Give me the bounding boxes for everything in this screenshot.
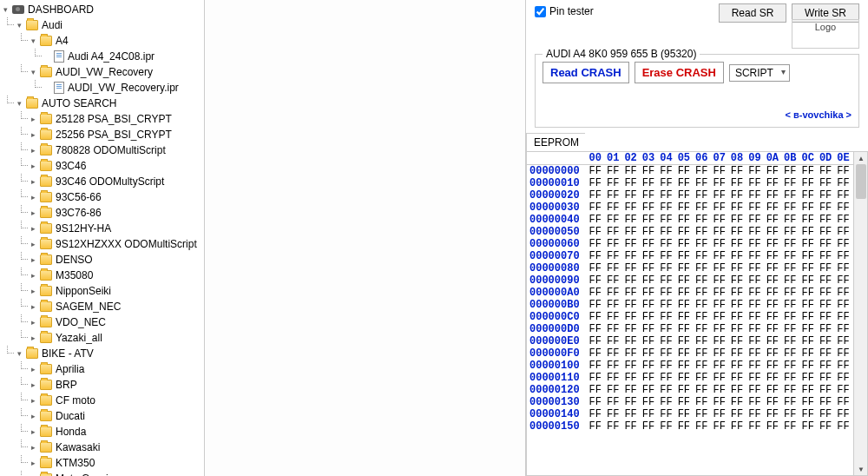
hex-cell[interactable]: FF (834, 250, 852, 262)
hex-cell[interactable]: FF (604, 177, 621, 189)
hex-cell[interactable]: FF (799, 177, 816, 189)
hex-cell[interactable]: FF (834, 189, 852, 202)
hex-cell[interactable]: FF (657, 311, 674, 323)
hex-cell[interactable]: FF (710, 323, 727, 335)
hex-row[interactable]: 00000000FFFFFFFFFFFFFFFFFFFFFFFFFFFFFFFF (527, 165, 853, 178)
tree-item[interactable]: ▸Aprilia (0, 361, 204, 377)
hex-cell[interactable]: FF (746, 396, 763, 408)
hex-row[interactable]: 00000020FFFFFFFFFFFFFFFFFFFFFFFFFFFFFFFF (527, 189, 853, 202)
hex-cell[interactable]: FF (675, 177, 693, 189)
hex-cell[interactable]: FF (746, 420, 763, 433)
hex-cell[interactable]: FF (728, 347, 746, 360)
hex-cell[interactable]: FF (657, 177, 674, 189)
tree-item[interactable]: ▸Honda (0, 424, 204, 440)
hex-cell[interactable]: FF (746, 372, 763, 384)
hex-cell[interactable]: FF (693, 250, 710, 262)
hex-cell[interactable]: FF (640, 274, 657, 287)
hex-cell[interactable]: FF (764, 202, 781, 214)
hex-row[interactable]: 000000A0FFFFFFFFFFFFFFFFFFFFFFFFFFFFFFFF (527, 287, 853, 299)
hex-cell[interactable]: FF (799, 299, 816, 311)
hex-cell[interactable]: FF (693, 214, 710, 226)
hex-cell[interactable]: FF (675, 360, 693, 372)
hex-cell[interactable]: FF (728, 384, 746, 396)
hex-cell[interactable]: FF (817, 360, 834, 372)
expand-icon[interactable]: ▸ (28, 145, 38, 155)
hex-cell[interactable]: FF (675, 323, 693, 335)
hex-cell[interactable]: FF (640, 202, 657, 214)
hex-cell[interactable]: FF (693, 347, 710, 360)
hex-cell[interactable]: FF (621, 347, 639, 360)
hex-cell[interactable]: FF (728, 311, 746, 323)
hex-cell[interactable]: FF (817, 165, 834, 178)
expand-icon[interactable]: ▸ (28, 458, 38, 468)
hex-cell[interactable]: FF (781, 226, 799, 238)
hex-cell[interactable]: FF (728, 165, 746, 178)
hex-cell[interactable]: FF (746, 323, 763, 335)
hex-cell[interactable]: FF (693, 299, 710, 311)
hex-cell[interactable]: FF (817, 202, 834, 214)
hex-cell[interactable]: FF (621, 226, 639, 238)
hex-cell[interactable]: FF (799, 287, 816, 299)
hex-cell[interactable]: FF (710, 420, 727, 433)
expand-icon[interactable]: ▸ (28, 395, 38, 406)
scroll-down-icon[interactable]: ▼ (854, 463, 868, 475)
hex-cell[interactable]: FF (728, 408, 746, 420)
hex-cell[interactable]: FF (781, 360, 799, 372)
expand-icon[interactable]: ▸ (28, 161, 38, 171)
hex-cell[interactable]: FF (764, 165, 781, 178)
tree-item[interactable]: ▸9S12HY-HA (0, 221, 204, 236)
hex-cell[interactable]: FF (693, 311, 710, 323)
hex-cell[interactable]: FF (621, 372, 639, 384)
hex-cell[interactable]: FF (799, 274, 816, 287)
hex-cell[interactable]: FF (640, 347, 657, 360)
hex-cell[interactable]: FF (640, 323, 657, 335)
pin-tester-checkbox[interactable]: Pin tester (535, 5, 594, 17)
hex-cell[interactable]: FF (640, 287, 657, 299)
hex-cell[interactable]: FF (657, 396, 674, 408)
hex-cell[interactable]: FF (693, 262, 710, 274)
hex-cell[interactable]: FF (781, 214, 799, 226)
hex-cell[interactable]: FF (693, 177, 710, 189)
hex-cell[interactable]: FF (710, 189, 727, 202)
hex-cell[interactable]: FF (621, 408, 639, 420)
hex-cell[interactable]: FF (675, 226, 693, 238)
expand-icon[interactable]: ▸ (28, 208, 38, 218)
hex-cell[interactable]: FF (640, 189, 657, 202)
hex-cell[interactable]: FF (799, 323, 816, 335)
hex-cell[interactable]: FF (764, 262, 781, 274)
tree-item[interactable]: Audi A4_24C08.ipr (0, 49, 204, 64)
hex-cell[interactable]: FF (799, 238, 816, 250)
hex-cell[interactable]: FF (621, 214, 639, 226)
hex-cell[interactable]: FF (817, 408, 834, 420)
hex-cell[interactable]: FF (657, 420, 674, 433)
hex-cell[interactable]: FF (675, 420, 693, 433)
hex-cell[interactable]: FF (657, 323, 674, 335)
hex-row[interactable]: 00000070FFFFFFFFFFFFFFFFFFFFFFFFFFFFFFFF (527, 250, 853, 262)
hex-cell[interactable]: FF (587, 165, 604, 178)
collapse-icon[interactable]: ▾ (0, 4, 10, 15)
tree-item[interactable]: ▸93C46 (0, 158, 204, 174)
hex-cell[interactable]: FF (817, 335, 834, 347)
hex-cell[interactable]: FF (817, 226, 834, 238)
hex-cell[interactable]: FF (799, 372, 816, 384)
hex-cell[interactable]: FF (604, 238, 621, 250)
hex-cell[interactable]: FF (657, 360, 674, 372)
hex-cell[interactable]: FF (621, 420, 639, 433)
expand-icon[interactable]: ▸ (28, 317, 38, 327)
tree-item[interactable]: ▾BIKE - ATV (0, 346, 204, 361)
hex-cell[interactable]: FF (675, 274, 693, 287)
collapse-icon[interactable]: ▾ (14, 98, 24, 109)
hex-cell[interactable]: FF (834, 177, 852, 189)
hex-cell[interactable]: FF (693, 396, 710, 408)
hex-cell[interactable]: FF (817, 250, 834, 262)
tree-item[interactable]: ▸9S12XHZXXX ODOMultiScript (0, 236, 204, 252)
hex-row[interactable]: 00000100FFFFFFFFFFFFFFFFFFFFFFFFFFFFFFFF (527, 360, 853, 372)
hex-cell[interactable]: FF (746, 384, 763, 396)
hex-cell[interactable]: FF (728, 262, 746, 274)
hex-cell[interactable]: FF (834, 202, 852, 214)
hex-row[interactable]: 00000110FFFFFFFFFFFFFFFFFFFFFFFFFFFFFFFF (527, 372, 853, 384)
hex-cell[interactable]: FF (728, 189, 746, 202)
hex-cell[interactable]: FF (657, 226, 674, 238)
hex-cell[interactable]: FF (764, 177, 781, 189)
hex-cell[interactable]: FF (587, 420, 604, 433)
